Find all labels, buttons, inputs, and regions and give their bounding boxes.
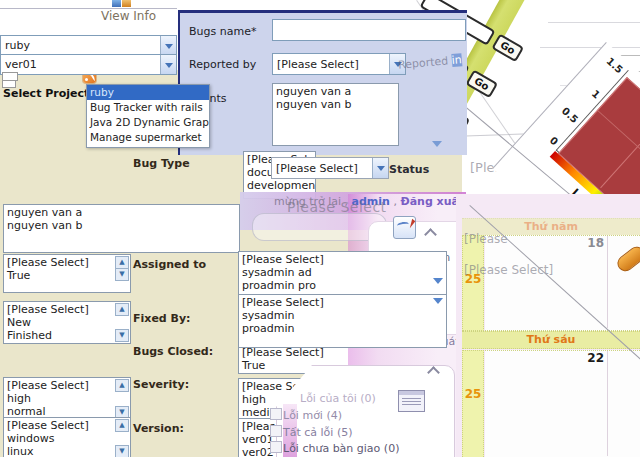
- list-item[interactable]: [Please Select]: [7, 379, 130, 392]
- list-item[interactable]: sysadmin: [242, 309, 446, 322]
- chevron-down-icon[interactable]: [160, 36, 176, 55]
- chevron-down-icon[interactable]: [160, 55, 176, 74]
- list-item[interactable]: True: [7, 269, 130, 282]
- chevron-down-icon[interactable]: [372, 158, 388, 178]
- list-item[interactable]: [Please Select]: [7, 256, 130, 269]
- list-item[interactable]: Finished: [7, 329, 130, 342]
- bullet-icon: [270, 425, 282, 437]
- list-item[interactable]: [Please Select]: [7, 303, 130, 316]
- calendar-panel: Thứ năm 25 18 [Please [Please Select] Th…: [456, 194, 640, 457]
- chart-tick: 0: [530, 119, 560, 147]
- list-item[interactable]: nguyen van a: [7, 206, 239, 219]
- version-select-value: ver01: [5, 58, 37, 71]
- chart-tick: 0.5: [551, 97, 581, 125]
- bug-type-label: Bug Type: [133, 157, 190, 170]
- calendar-week-cell[interactable]: 25: [462, 235, 484, 331]
- list-item[interactable]: [Please Select]: [7, 419, 130, 432]
- list-item[interactable]: nguyen van a: [276, 85, 398, 98]
- chart-tick: 1: [573, 72, 603, 100]
- list-item[interactable]: proadmin pro: [242, 279, 446, 292]
- list-item[interactable]: windows: [7, 432, 130, 445]
- project-select-value: ruby: [5, 39, 30, 52]
- welcome-comma: ,: [393, 195, 397, 208]
- faded-rule: [548, 22, 640, 23]
- fixed-by-listbox[interactable]: [Please Select] sysadmin proadmin: [238, 294, 447, 348]
- chevron-down-icon[interactable]: [433, 278, 443, 289]
- bullet-icon: [270, 441, 282, 453]
- assigned-flag-listbox[interactable]: [Please Select] True ▲ ▼: [3, 254, 131, 293]
- project-select[interactable]: ruby: [0, 35, 177, 56]
- project-dropdown-list[interactable]: ruby Bug Tracker with rails Java 2D Dyna…: [86, 84, 210, 148]
- dropdown-option[interactable]: ruby: [87, 85, 209, 100]
- list-item[interactable]: [Please Select]: [242, 253, 446, 266]
- chevron-down-icon[interactable]: [433, 298, 443, 309]
- calendar-day-cell[interactable]: [485, 235, 640, 331]
- calendar-grid-line: [607, 351, 608, 456]
- menu-item-new-bugs[interactable]: Lỗi mới (4): [283, 409, 342, 422]
- list-item[interactable]: high: [7, 392, 130, 405]
- mini-icon: [112, 0, 121, 7]
- clients-listbox[interactable]: nguyen van a nguyen van b: [272, 83, 399, 146]
- calendar-grid-line: [607, 236, 608, 328]
- status-listbox[interactable]: [Please Select] New Finished ▲ ▼: [3, 301, 131, 344]
- list-icon[interactable]: [398, 390, 425, 412]
- chevron-down-icon: [432, 141, 442, 152]
- scroll-up-icon[interactable]: ▲: [115, 419, 129, 432]
- reported-by-label: Reported by: [189, 58, 256, 71]
- fixed-by-label: Fixed By:: [133, 312, 191, 325]
- notes-icon[interactable]: [393, 216, 416, 239]
- version-label: Version:: [133, 422, 184, 435]
- select-project-label: Select Project:: [3, 87, 94, 100]
- list-item[interactable]: New: [7, 316, 130, 329]
- scroll-down-icon[interactable]: ▼: [115, 445, 129, 457]
- calendar-week-cell[interactable]: 25: [462, 350, 484, 457]
- reported-by-value: [Please Select]: [277, 58, 359, 71]
- version-os-listbox[interactable]: [Please Select] windows linux ▲ ▼: [3, 417, 131, 457]
- bug-type-select[interactable]: [Please Select]: [271, 157, 389, 179]
- severity-listbox[interactable]: [Please Select] high normal ▲ ▼: [3, 377, 131, 421]
- status-label: Status: [389, 163, 429, 176]
- bugs-name-input[interactable]: [272, 19, 466, 41]
- scroll-down-icon[interactable]: ▼: [115, 268, 129, 281]
- assigned-to-listbox[interactable]: [Please Select] sysadmin ad proadmin pro: [238, 251, 447, 296]
- scroll-up-icon[interactable]: ▲: [115, 303, 129, 316]
- calendar-day-number: 18: [584, 236, 604, 250]
- bug-type-value: [Please Select]: [276, 162, 358, 175]
- list-item[interactable]: [Please Select]: [242, 296, 446, 309]
- bugs-name-label: Bugs name*: [189, 25, 256, 38]
- bullet-icon: [270, 408, 282, 420]
- version-select[interactable]: ver01: [0, 54, 177, 75]
- dropdown-option[interactable]: Manage supermarket: [87, 130, 209, 145]
- calendar-day-number: 22: [584, 351, 604, 365]
- calendar-day-cell[interactable]: [485, 350, 640, 457]
- faded-rule: [540, 47, 640, 48]
- list-item[interactable]: nguyen van b: [7, 219, 239, 232]
- list-item[interactable]: sysadmin ad: [242, 266, 446, 279]
- mini-icon: [122, 0, 131, 7]
- reported-in-highlight: in: [451, 53, 462, 67]
- logout-link[interactable]: Đăng xuất: [400, 195, 464, 208]
- scroll-down-icon[interactable]: ▼: [115, 329, 129, 342]
- dropdown-option[interactable]: Bug Tracker with rails: [87, 100, 209, 115]
- view-info-link[interactable]: View Info: [101, 9, 156, 23]
- menu-item-all-bugs[interactable]: Tất cả lỗi (5): [283, 426, 352, 439]
- severity-label: Severity:: [133, 378, 189, 391]
- list-item[interactable]: nguyen van b: [276, 98, 398, 111]
- scroll-up-icon[interactable]: ▲: [115, 379, 129, 392]
- list-item[interactable]: proadmin: [242, 322, 446, 335]
- menu-item-unassigned-bugs[interactable]: Lỗi chưa bàn giao (0): [283, 442, 399, 455]
- bugs-closed-label: Bugs Closed:: [133, 345, 213, 358]
- reported-by-select[interactable]: [Please Select]: [272, 53, 406, 75]
- dropdown-option[interactable]: Java 2D Dynamic Graph: [87, 115, 209, 130]
- clients-listbox-large[interactable]: nguyen van a nguyen van b: [3, 204, 240, 253]
- assigned-to-label: Assigned to: [133, 258, 206, 271]
- menu-item-my-bugs[interactable]: Lỗi của tôi (0): [300, 392, 376, 405]
- list-item[interactable]: development: [247, 179, 315, 192]
- list-item[interactable]: linux: [7, 445, 130, 457]
- ghost-rounded-box: [252, 213, 387, 241]
